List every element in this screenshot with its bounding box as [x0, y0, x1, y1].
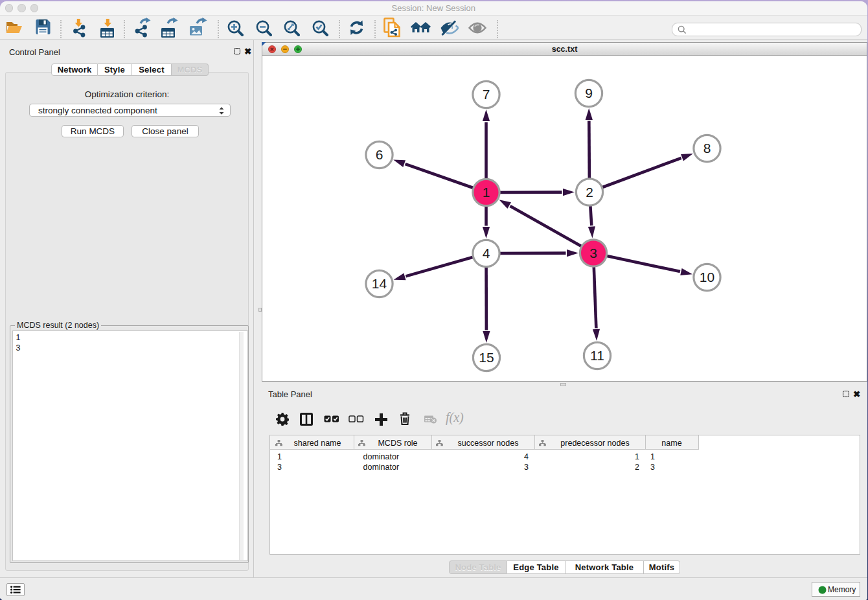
svg-text:11: 11	[590, 348, 604, 363]
svg-text:6: 6	[375, 147, 383, 162]
svg-text:3: 3	[589, 245, 597, 260]
svg-text:7: 7	[482, 87, 490, 102]
svg-text:15: 15	[479, 350, 494, 365]
svg-text:1: 1	[482, 185, 490, 200]
svg-text:10: 10	[699, 270, 714, 284]
svg-text:9: 9	[585, 86, 593, 100]
svg-text:2: 2	[586, 184, 593, 199]
svg-text:8: 8	[703, 141, 711, 156]
svg-text:14: 14	[371, 276, 387, 291]
svg-text:4: 4	[482, 246, 490, 260]
